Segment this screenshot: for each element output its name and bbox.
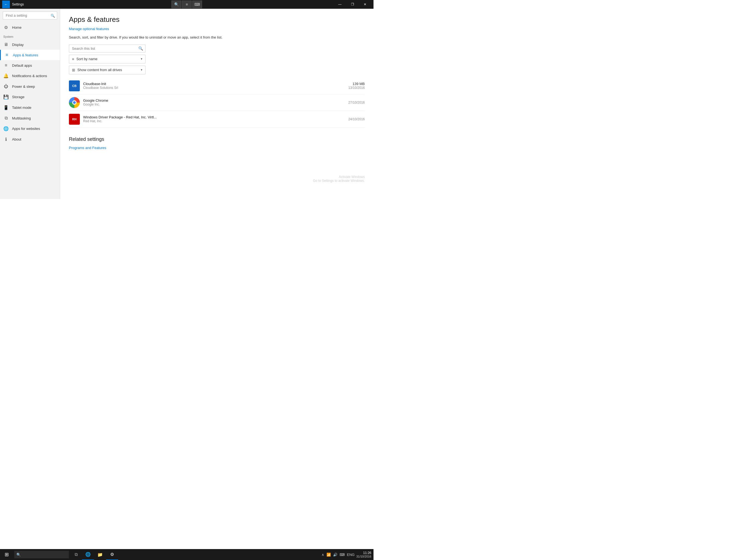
filter-chevron-icon: ▾	[141, 68, 143, 72]
titlebar-title: Settings	[12, 2, 24, 6]
apps-features-icon: ≡	[4, 52, 9, 57]
sidebar-label-multitasking: Multitasking	[12, 116, 31, 120]
sort-dropdown[interactable]: ≡ Sort by name ▾	[69, 55, 146, 63]
description-text: Search, sort, and filter by drive. If yo…	[69, 35, 365, 40]
sidebar: 🔍 ⚙ Home System 🖥 Display ≡ Apps & featu…	[0, 9, 60, 199]
main-container: 🔍 ⚙ Home System 🖥 Display ≡ Apps & featu…	[0, 9, 374, 199]
close-button[interactable]: ✕	[359, 0, 371, 9]
sidebar-item-apps-websites[interactable]: 🌐 Apps for websites	[0, 123, 60, 134]
sidebar-item-notifications[interactable]: 🔔 Notifications & actions	[0, 71, 60, 81]
page-title: Apps & features	[69, 15, 365, 24]
search-list-icon: 🔍	[136, 46, 145, 51]
back-button[interactable]: ←	[2, 1, 10, 8]
app-publisher-redhat: Red Hat, Inc.	[83, 119, 349, 123]
programs-features-link[interactable]: Programs and Features	[69, 146, 106, 150]
minimize-button[interactable]: —	[334, 0, 346, 9]
app-list: CB Cloudbase-Init Cloudbase Solutions Sr…	[69, 78, 365, 128]
hamburger-toolbar-btn[interactable]: ≡	[182, 1, 192, 8]
sidebar-label-home: Home	[12, 25, 22, 29]
sidebar-label-display: Display	[12, 43, 24, 47]
sidebar-label-storage: Storage	[12, 95, 25, 99]
content-area: Apps & features Manage optional features…	[60, 9, 374, 199]
restore-button[interactable]: ❐	[346, 0, 359, 9]
sidebar-item-display[interactable]: 🖥 Display	[0, 40, 60, 50]
sidebar-label-apps-websites: Apps for websites	[12, 127, 40, 131]
app-details-cloudbase: Cloudbase-Init Cloudbase Solutions Srl	[83, 82, 349, 90]
app-name-chrome: Google Chrome	[83, 98, 349, 103]
redhat-icon: RH	[69, 114, 80, 125]
sidebar-item-apps-features[interactable]: ≡ Apps & features	[0, 50, 60, 60]
sidebar-label-tablet-mode: Tablet mode	[12, 105, 31, 110]
sort-dropdown-left: ≡ Sort by name	[72, 57, 98, 61]
app-name-cloudbase: Cloudbase-Init	[83, 82, 349, 86]
home-icon: ⚙	[3, 25, 9, 30]
sort-chevron-icon: ▾	[141, 57, 143, 61]
watermark-line2: Go to Settings to activate Windows.	[313, 179, 365, 183]
sidebar-item-about[interactable]: ℹ About	[0, 134, 60, 145]
sort-icon: ≡	[72, 57, 74, 61]
sidebar-item-storage[interactable]: 💾 Storage	[0, 92, 60, 102]
about-icon: ℹ	[3, 137, 9, 142]
filter-icon: ⊞	[72, 68, 75, 72]
chrome-app-icon	[69, 97, 80, 108]
app-meta-redhat: 24/10/2016	[349, 117, 365, 121]
app-item-redhat[interactable]: RH Windows Driver Package - Red Hat, Inc…	[69, 111, 365, 128]
sidebar-label-default-apps: Default apps	[12, 63, 32, 68]
sidebar-label-apps-features: Apps & features	[13, 53, 38, 57]
titlebar: ← Settings 🔍 ≡ ⌨ — ❐ ✕	[0, 0, 374, 9]
app-date-redhat: 24/10/2016	[349, 117, 365, 121]
related-settings: Related settings Programs and Features	[69, 136, 365, 154]
watermark-line1: Activate Windows	[313, 175, 365, 179]
titlebar-center: 🔍 ≡ ⌨	[172, 1, 202, 8]
app-details-chrome: Google Chrome Google Inc.	[83, 98, 349, 106]
app-name-redhat: Windows Driver Package - Red Hat, Inc. V…	[83, 115, 349, 119]
app-meta-chrome: 27/10/2016	[349, 101, 365, 104]
app-details-redhat: Windows Driver Package - Red Hat, Inc. V…	[83, 115, 349, 123]
find-setting-search-icon: 🔍	[51, 14, 55, 18]
app-publisher-chrome: Google Inc.	[83, 103, 349, 106]
app-publisher-cloudbase: Cloudbase Solutions Srl	[83, 86, 349, 90]
app-item-chrome[interactable]: Google Chrome Google Inc. 27/10/2016	[69, 94, 365, 111]
multitasking-icon: ⧉	[3, 116, 9, 121]
sidebar-section-system: System	[0, 33, 60, 40]
filter-label: Show content from all drives	[77, 68, 122, 72]
sidebar-item-default-apps[interactable]: ≡ Default apps	[0, 60, 60, 71]
activate-watermark: Activate Windows Go to Settings to activ…	[313, 175, 365, 183]
cloudbase-icon: CB	[69, 80, 80, 91]
tablet-mode-icon: 📱	[3, 105, 9, 110]
related-settings-title: Related settings	[69, 136, 365, 142]
keyboard-toolbar-btn[interactable]: ⌨	[192, 1, 202, 8]
search-list-input[interactable]	[69, 45, 136, 52]
default-apps-icon: ≡	[3, 63, 9, 68]
app-item-cloudbase[interactable]: CB Cloudbase-Init Cloudbase Solutions Sr…	[69, 78, 365, 94]
filter-dropdown[interactable]: ⊞ Show content from all drives ▾	[69, 66, 146, 74]
app-meta-cloudbase: 139 MB 13/10/2016	[349, 82, 365, 90]
search-toolbar-btn[interactable]: 🔍	[172, 1, 181, 8]
titlebar-left: ← Settings	[2, 1, 24, 8]
sidebar-label-power-sleep: Power & sleep	[12, 84, 35, 88]
app-date-chrome: 27/10/2016	[349, 101, 365, 104]
window-controls: — ❐ ✕	[334, 0, 371, 9]
search-list-box[interactable]: 🔍	[69, 45, 146, 52]
sidebar-item-multitasking[interactable]: ⧉ Multitasking	[0, 113, 60, 123]
storage-icon: 💾	[3, 94, 9, 100]
sidebar-item-home[interactable]: ⚙ Home	[0, 22, 60, 33]
app-size-cloudbase: 139 MB	[349, 82, 365, 86]
sidebar-item-tablet-mode[interactable]: 📱 Tablet mode	[0, 102, 60, 113]
find-setting-input[interactable]	[3, 11, 57, 19]
sidebar-search-box[interactable]: 🔍	[3, 11, 57, 19]
app-date-cloudbase: 13/10/2016	[349, 86, 365, 90]
display-icon: 🖥	[3, 42, 9, 47]
apps-websites-icon: 🌐	[3, 126, 9, 131]
manage-optional-features-link[interactable]: Manage optional features	[69, 27, 109, 31]
sidebar-label-about: About	[12, 137, 21, 142]
power-sleep-icon: ⏻	[3, 84, 9, 89]
notifications-icon: 🔔	[3, 73, 9, 78]
filter-dropdown-left: ⊞ Show content from all drives	[72, 68, 122, 72]
sidebar-label-notifications: Notifications & actions	[12, 74, 47, 78]
sidebar-item-power-sleep[interactable]: ⏻ Power & sleep	[0, 81, 60, 92]
sort-label: Sort by name	[76, 57, 97, 61]
